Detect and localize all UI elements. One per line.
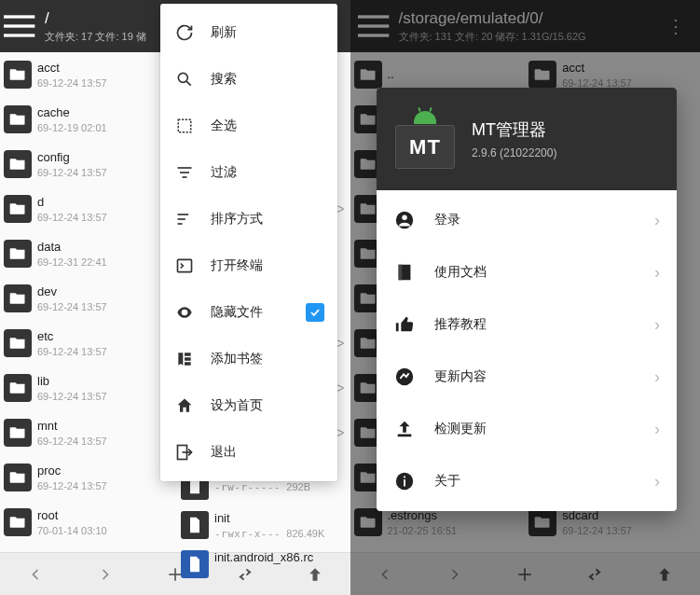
svg-point-10 xyxy=(178,73,187,82)
folder-icon xyxy=(4,240,32,268)
svg-rect-26 xyxy=(398,435,412,437)
terminal-icon xyxy=(173,256,196,275)
svg-rect-19 xyxy=(178,259,192,271)
folder-icon xyxy=(4,105,32,133)
file-icon xyxy=(181,550,209,578)
mt-version: 2.9.6 (21022200) xyxy=(472,146,556,159)
svg-rect-16 xyxy=(178,214,189,215)
svg-rect-12 xyxy=(178,119,191,132)
mt-item-label: 登录 xyxy=(434,212,654,228)
menu-item-eye[interactable]: 隐藏文件 xyxy=(160,289,337,336)
eye-icon xyxy=(173,303,196,322)
mt-item-label: 推荐教程 xyxy=(434,316,654,333)
menu-label: 隐藏文件 xyxy=(211,304,306,321)
chevron-right-icon: › xyxy=(654,420,660,439)
list-item[interactable]: init.android_x86.rc xyxy=(177,545,345,584)
bookmark-icon xyxy=(173,350,196,368)
file-meta: -rwxr-x--- 826.49K xyxy=(214,528,339,540)
mt-item-label: 更新内容 xyxy=(434,368,654,385)
folder-icon xyxy=(4,464,32,491)
chevron-right-icon: › xyxy=(654,315,660,335)
menu-item-bookmark[interactable]: 添加书签 xyxy=(160,336,337,382)
select-all-icon xyxy=(173,118,196,134)
file-meta xyxy=(214,567,339,579)
thumb-icon xyxy=(393,314,416,335)
hamburger-icon[interactable] xyxy=(4,7,41,45)
menu-label: 设为首页 xyxy=(211,397,324,414)
folder-icon xyxy=(4,508,32,536)
svg-rect-28 xyxy=(404,477,405,478)
nav-fwd-button[interactable] xyxy=(70,553,140,595)
svg-line-11 xyxy=(186,81,191,86)
menu-label: 添加书签 xyxy=(211,351,324,367)
file-meta: -rw-r----- 292B xyxy=(214,481,339,493)
upload-icon xyxy=(393,419,416,439)
exit-icon xyxy=(173,443,196,462)
menu-label: 全选 xyxy=(211,118,324,134)
folder-icon xyxy=(4,195,32,223)
menu-item-select-all[interactable]: 全选 xyxy=(160,103,337,149)
menu-item-exit[interactable]: 退出 xyxy=(160,429,337,476)
context-menu: 刷新 搜索 全选 过滤 排序方式 打开终端 隐藏文件 添加书签 设为首页 退出 xyxy=(160,4,337,481)
menu-item-sort[interactable]: 排序方式 xyxy=(160,196,337,242)
mt-item-label: 使用文档 xyxy=(434,264,654,281)
checkbox-checked-icon xyxy=(306,303,324,322)
svg-point-23 xyxy=(402,215,407,221)
chevron-right-icon: › xyxy=(654,472,660,491)
menu-item-refresh[interactable]: 刷新 xyxy=(160,9,337,56)
folder-icon xyxy=(4,61,32,89)
search-icon xyxy=(173,70,196,89)
svg-rect-13 xyxy=(178,167,192,169)
filter-icon xyxy=(173,163,196,182)
svg-rect-1 xyxy=(4,24,34,27)
svg-rect-29 xyxy=(404,479,405,486)
svg-rect-2 xyxy=(4,34,34,36)
svg-rect-0 xyxy=(4,15,34,18)
mt-title: MT管理器 xyxy=(472,118,556,141)
mt-item-new[interactable]: 更新内容 › xyxy=(377,351,677,403)
doc-icon xyxy=(393,262,416,283)
svg-point-25 xyxy=(396,368,413,385)
mt-about-dialog: MT MT管理器 2.9.6 (21022200) 登录 › 使用文档 › 推荐… xyxy=(377,88,677,511)
mt-item-thumb[interactable]: 推荐教程 › xyxy=(377,298,677,351)
mt-item-label: 检测更新 xyxy=(434,421,654,437)
about-icon xyxy=(393,471,416,491)
folder-icon xyxy=(4,419,32,447)
mt-logo-icon: MT xyxy=(395,109,455,169)
svg-rect-18 xyxy=(178,223,183,225)
svg-rect-15 xyxy=(183,176,187,178)
svg-rect-24 xyxy=(399,265,403,281)
menu-item-terminal[interactable]: 打开终端 xyxy=(160,242,337,289)
chevron-right-icon: › xyxy=(654,211,660,230)
mt-item-upload[interactable]: 检测更新 › xyxy=(377,403,677,455)
menu-label: 刷新 xyxy=(211,24,324,41)
refresh-icon xyxy=(173,23,196,42)
menu-item-filter[interactable]: 过滤 xyxy=(160,149,337,196)
folder-icon xyxy=(4,374,32,402)
svg-rect-14 xyxy=(180,172,189,173)
folder-icon xyxy=(4,329,32,357)
mt-item-person[interactable]: 登录 › xyxy=(377,194,677,246)
svg-rect-17 xyxy=(178,218,185,220)
person-icon xyxy=(393,210,416,230)
file-icon xyxy=(181,511,209,539)
sort-icon xyxy=(173,210,196,228)
list-item[interactable]: init -rwxr-x--- 826.49K xyxy=(177,505,345,545)
file-name: init xyxy=(214,511,339,526)
home-icon xyxy=(173,396,196,415)
menu-label: 退出 xyxy=(211,444,324,461)
mt-item-about[interactable]: 关于 › xyxy=(377,455,677,507)
file-name: init.android_x86.rc xyxy=(214,550,339,565)
menu-label: 排序方式 xyxy=(211,211,324,228)
menu-label: 过滤 xyxy=(211,164,324,181)
nav-back-button[interactable] xyxy=(0,553,70,595)
chevron-right-icon: › xyxy=(654,263,660,283)
mt-item-doc[interactable]: 使用文档 › xyxy=(377,246,677,298)
folder-icon xyxy=(4,284,32,312)
folder-icon xyxy=(4,150,32,178)
menu-label: 搜索 xyxy=(211,71,324,88)
menu-item-search[interactable]: 搜索 xyxy=(160,56,337,103)
menu-item-home[interactable]: 设为首页 xyxy=(160,382,337,429)
chevron-right-icon: › xyxy=(654,367,660,387)
new-icon xyxy=(393,367,416,387)
